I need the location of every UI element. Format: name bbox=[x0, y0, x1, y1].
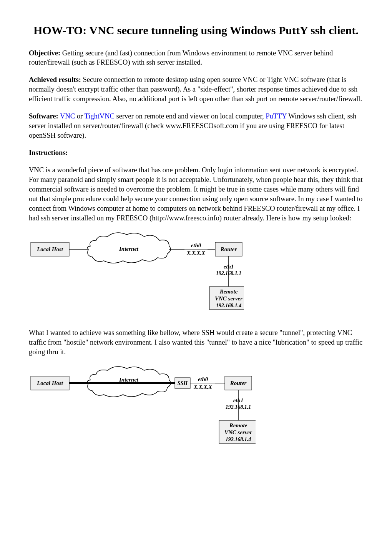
diagram2-router: Router bbox=[230, 380, 247, 386]
diagram2-internet: Internet bbox=[119, 377, 139, 383]
software-mid1: or bbox=[75, 112, 84, 120]
diagram1-eth1-ip: 192.168.1.1 bbox=[216, 270, 242, 276]
tightvnc-link[interactable]: TightVNC bbox=[84, 112, 115, 120]
diagram2-local-host: Local Host bbox=[37, 380, 63, 386]
network-diagram-2: Local Host Internet SSH eth0 X.X.X.X Rou… bbox=[29, 365, 363, 451]
objective-paragraph: Objective: Getting secure (and fast) con… bbox=[29, 48, 363, 68]
body-paragraph-1: VNC is a wonderful piece of software tha… bbox=[29, 165, 363, 223]
instructions-label: Instructions: bbox=[29, 149, 68, 157]
diagram2-vnc-server: VNC server bbox=[224, 429, 252, 435]
diagram2-eth0: eth0 bbox=[198, 376, 208, 382]
diagram1-vnc-server: VNC server bbox=[215, 295, 243, 302]
body-paragraph-2: What I wanted to achieve was something l… bbox=[29, 328, 363, 357]
diagram1-eth1: eth1 bbox=[224, 263, 234, 270]
software-label: Software: bbox=[29, 112, 58, 120]
putty-link[interactable]: PuTTY bbox=[266, 112, 287, 120]
diagram2-eth0-ip: X.X.X.X bbox=[193, 384, 213, 390]
diagram1-eth0: eth0 bbox=[191, 242, 201, 248]
page-title: HOW-TO: VNC secure tunneling using Windo… bbox=[29, 23, 363, 38]
diagram2-eth1: eth1 bbox=[233, 397, 244, 403]
objective-text: Getting secure (and fast) connection fro… bbox=[29, 49, 333, 67]
diagram1-internet: Internet bbox=[119, 246, 139, 252]
instructions-heading: Instructions: bbox=[29, 148, 363, 158]
objective-label: Objective: bbox=[29, 49, 60, 57]
diagram2-ssh: SSH bbox=[178, 380, 188, 386]
diagram2-remote: Remote bbox=[229, 422, 247, 428]
diagram2-vnc-ip: 192.168.1.4 bbox=[226, 437, 251, 442]
achieved-paragraph: Achieved results: Secure connection to r… bbox=[29, 75, 363, 104]
software-paragraph: Software: VNC or TightVNC server on remo… bbox=[29, 112, 363, 140]
diagram1-vnc-ip: 192.168.1.4 bbox=[216, 303, 242, 308]
diagram1-remote: Remote bbox=[219, 288, 238, 295]
network-diagram-1: Local Host Internet eth0 X.X.X.X Router … bbox=[29, 231, 363, 317]
diagram1-local-host: Local Host bbox=[37, 246, 63, 252]
diagram1-router: Router bbox=[220, 246, 237, 252]
diagram1-eth0-ip: X.X.X.X bbox=[186, 250, 206, 256]
software-mid2: server on remote end and viewer on local… bbox=[115, 112, 266, 120]
achieved-label: Achieved results: bbox=[29, 76, 81, 83]
vnc-link[interactable]: VNC bbox=[60, 112, 75, 120]
diagram2-eth1-ip: 192.168.1.1 bbox=[226, 404, 251, 410]
